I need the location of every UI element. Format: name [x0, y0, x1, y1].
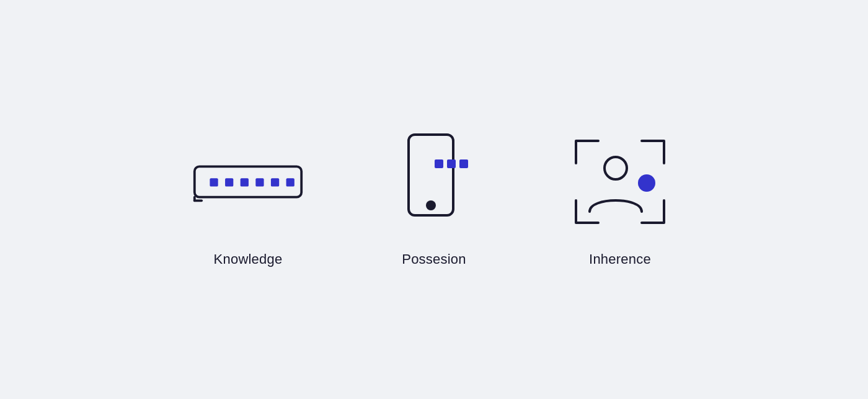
cards-container: Knowledge Possesion	[192, 132, 676, 267]
inherence-icon	[564, 132, 676, 231]
svg-point-14	[604, 157, 627, 179]
svg-rect-12	[447, 159, 456, 168]
svg-rect-11	[435, 159, 443, 168]
inherence-card: Inherence	[564, 132, 676, 267]
possession-card: Possesion	[378, 132, 490, 267]
svg-rect-13	[459, 159, 468, 168]
svg-point-10	[426, 200, 436, 210]
knowledge-icon	[192, 132, 304, 231]
inherence-label: Inherence	[589, 251, 651, 267]
svg-rect-4	[255, 178, 264, 186]
possession-label: Possesion	[402, 251, 466, 267]
svg-rect-6	[286, 178, 294, 186]
svg-rect-1	[210, 178, 218, 186]
svg-rect-3	[241, 178, 249, 186]
knowledge-card: Knowledge	[192, 132, 304, 267]
svg-point-15	[638, 174, 655, 192]
svg-rect-5	[271, 178, 279, 186]
possession-icon	[378, 132, 490, 231]
svg-rect-2	[225, 178, 233, 186]
knowledge-label: Knowledge	[214, 251, 283, 267]
